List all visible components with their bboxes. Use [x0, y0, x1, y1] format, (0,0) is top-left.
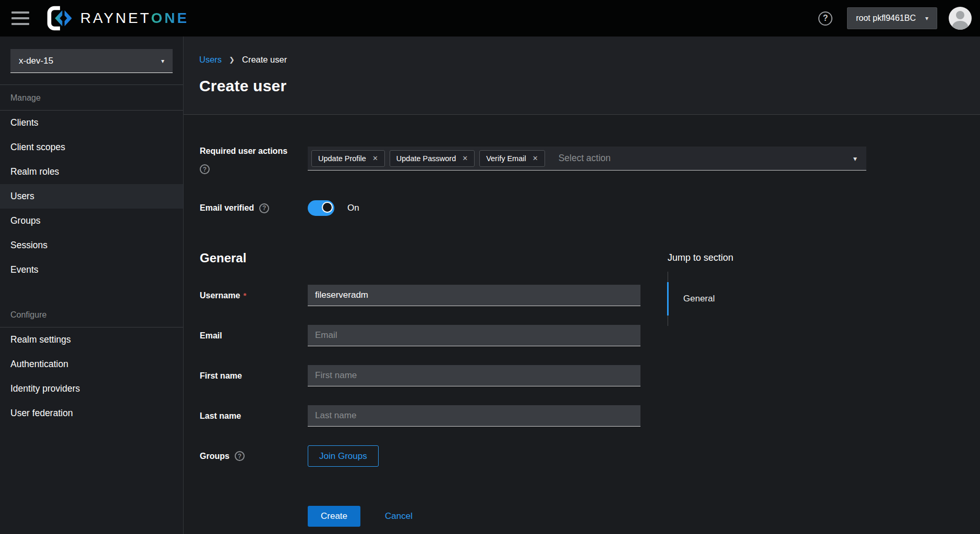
close-icon[interactable]: ✕ [462, 154, 468, 162]
close-icon[interactable]: ✕ [533, 154, 538, 162]
jump-to-section-panel: Jump to section General [668, 252, 803, 326]
chevron-down-icon: ▾ [925, 15, 928, 22]
first-name-label: First name [200, 371, 308, 381]
page-title: Create user [199, 77, 980, 95]
email-input[interactable] [308, 325, 640, 346]
sidebar-item-users[interactable]: Users [0, 184, 183, 209]
help-icon[interactable]: ? [259, 203, 269, 213]
close-icon[interactable]: ✕ [372, 154, 378, 162]
user-menu-label: root pkfl9461BC [856, 14, 916, 23]
required-marker: * [243, 291, 246, 300]
brand-name-primary: RAYNET [80, 10, 151, 26]
required-user-actions-row: Required user actions ? Update Profile ✕… [200, 147, 980, 174]
brand-logo: RAYNETONE [46, 5, 189, 32]
help-icon[interactable]: ? [200, 164, 210, 174]
username-label: Username [200, 291, 240, 300]
groups-label: Groups [200, 452, 229, 461]
general-section-heading: General [200, 251, 980, 265]
create-user-form: Required user actions ? Update Profile ✕… [184, 115, 980, 527]
form-actions: Create Cancel [308, 506, 980, 527]
jump-to-section-title: Jump to section [668, 252, 803, 263]
email-label: Email [200, 331, 308, 341]
avatar-person-icon [956, 11, 964, 19]
required-actions-multiselect[interactable]: Update Profile ✕ Update Password ✕ Verif… [308, 147, 866, 171]
chip-verify-email: Verify Email ✕ [479, 150, 545, 167]
required-user-actions-label: Required user actions [200, 147, 308, 156]
chip-update-password: Update Password ✕ [390, 150, 475, 167]
realm-selector-value: x-dev-15 [19, 56, 53, 66]
sidebar-item-sessions[interactable]: Sessions [0, 233, 183, 258]
email-verified-row: Email verified ? On [200, 200, 980, 216]
main-content: Users ❯ Create user Create user Required… [184, 37, 980, 534]
sidebar-item-events[interactable]: Events [0, 258, 183, 282]
brand-name-secondary: ONE [151, 10, 189, 26]
breadcrumb-current: Create user [242, 55, 287, 65]
chevron-down-icon: ▾ [853, 154, 857, 163]
breadcrumb-users-link[interactable]: Users [199, 55, 222, 65]
first-name-row: First name [200, 365, 980, 386]
nav-section-manage: Manage [0, 85, 183, 110]
first-name-input[interactable] [308, 365, 640, 386]
realm-selector-dropdown[interactable]: x-dev-15 ▾ [10, 49, 173, 73]
sidebar-item-authentication[interactable]: Authentication [0, 352, 183, 377]
username-row: Username* [200, 285, 980, 306]
help-icon[interactable]: ? [818, 11, 832, 26]
chevron-down-icon: ▾ [161, 57, 164, 65]
join-groups-button[interactable]: Join Groups [308, 445, 379, 467]
email-verified-state: On [347, 203, 359, 213]
last-name-row: Last name [200, 405, 980, 427]
nav-section-configure: Configure [0, 302, 183, 327]
sidebar-item-user-federation[interactable]: User federation [0, 401, 183, 426]
email-verified-label: Email verified [200, 203, 254, 213]
create-button[interactable]: Create [308, 506, 360, 527]
sidebar: x-dev-15 ▾ Manage Clients Client scopes … [0, 37, 184, 534]
user-menu-dropdown[interactable]: root pkfl9461BC ▾ [847, 7, 937, 29]
sidebar-item-clients[interactable]: Clients [0, 111, 183, 135]
groups-row: Groups ? Join Groups [200, 445, 980, 467]
user-avatar[interactable] [949, 7, 972, 30]
sidebar-item-groups[interactable]: Groups [0, 209, 183, 233]
help-icon[interactable]: ? [235, 451, 245, 461]
hamburger-menu-icon[interactable] [11, 11, 29, 25]
page-header: Users ❯ Create user Create user [184, 37, 980, 114]
jump-item-general[interactable]: General [667, 282, 803, 315]
sidebar-item-realm-roles[interactable]: Realm roles [0, 160, 183, 184]
sidebar-item-realm-settings[interactable]: Realm settings [0, 327, 183, 352]
breadcrumb: Users ❯ Create user [199, 55, 980, 65]
last-name-label: Last name [200, 411, 308, 421]
cancel-link[interactable]: Cancel [385, 511, 413, 521]
sidebar-item-client-scopes[interactable]: Client scopes [0, 135, 183, 160]
chevron-right-icon: ❯ [229, 56, 235, 64]
sidebar-item-identity-providers[interactable]: Identity providers [0, 377, 183, 401]
brand-name: RAYNETONE [80, 10, 189, 27]
email-verified-toggle[interactable] [308, 200, 334, 216]
username-input[interactable] [308, 285, 640, 306]
chip-update-profile: Update Profile ✕ [311, 150, 385, 167]
email-row: Email [200, 325, 980, 346]
jump-to-section-rail: General [668, 272, 803, 326]
masthead: RAYNETONE ? root pkfl9461BC ▾ [0, 0, 980, 37]
last-name-input[interactable] [308, 405, 640, 427]
brand-logo-icon [46, 5, 73, 32]
select-action-placeholder: Select action [559, 153, 611, 164]
sidebar-nav: Manage Clients Client scopes Realm roles… [0, 85, 183, 426]
